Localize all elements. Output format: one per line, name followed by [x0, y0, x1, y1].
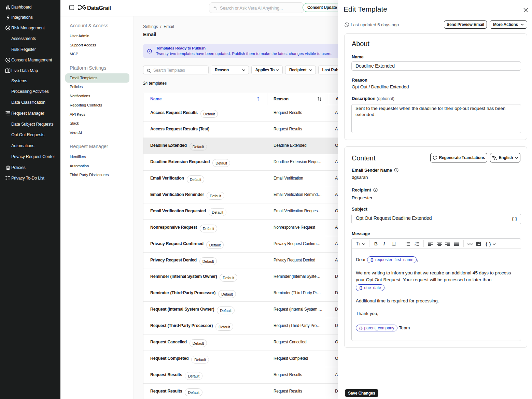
svg-text:1: 1 — [415, 242, 416, 243]
svg-text:2: 2 — [415, 244, 416, 246]
